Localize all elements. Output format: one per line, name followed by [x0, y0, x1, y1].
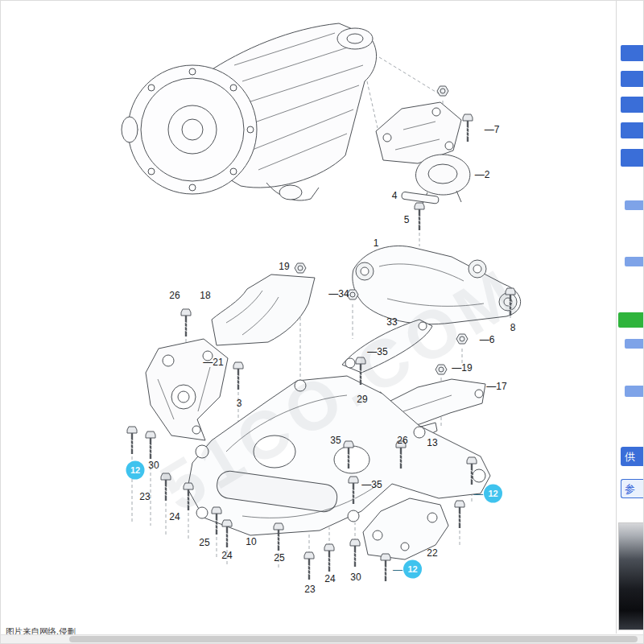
- highlight-badge-circle: 12: [484, 485, 502, 503]
- heat-shield-drawing: [212, 275, 315, 345]
- highlight-badge-12[interactable]: 12: [126, 461, 145, 480]
- mount-bracket-drawing: [376, 102, 470, 204]
- sidebar-text-fragment[interactable]: [625, 386, 643, 397]
- sidebar-button-供[interactable]: 供: [621, 447, 643, 466]
- sidebar-button-参[interactable]: 参: [621, 479, 643, 498]
- horizontal-scrollbar-thumb[interactable]: [69, 636, 638, 642]
- sidebar-green-row[interactable]: [618, 312, 643, 328]
- highlight-badge-circle: 12: [403, 560, 422, 579]
- highlight-badge-12[interactable]: —12: [393, 560, 422, 579]
- sidebar-photo-thumbnail[interactable]: [618, 522, 643, 630]
- sidebar-text-fragment[interactable]: [625, 257, 643, 266]
- sidebar-link[interactable]: [621, 71, 643, 87]
- badge-leader-dash: —: [393, 564, 402, 574]
- lower-bracket-drawing: [363, 498, 448, 559]
- sidebar-strip: 供参: [616, 1, 643, 634]
- sidebar-link[interactable]: [621, 97, 643, 113]
- badge-leader-dash: —: [473, 489, 483, 498]
- highlight-badge-circle: 12: [126, 461, 145, 480]
- highlight-badge-12[interactable]: —12: [473, 485, 502, 503]
- transmission-drawing: [122, 23, 377, 200]
- sidebar-link[interactable]: [621, 149, 643, 167]
- parts-catalog-page: 51CO.COM —7—2451192618—34338—6—35—19—21—…: [0, 0, 644, 644]
- horizontal-scrollbar: [1, 634, 644, 643]
- sidebar-link[interactable]: [621, 122, 643, 138]
- sidebar-text-fragment[interactable]: [625, 200, 643, 210]
- sidebar-link[interactable]: [621, 45, 643, 61]
- sidebar-text-fragment[interactable]: [625, 339, 643, 349]
